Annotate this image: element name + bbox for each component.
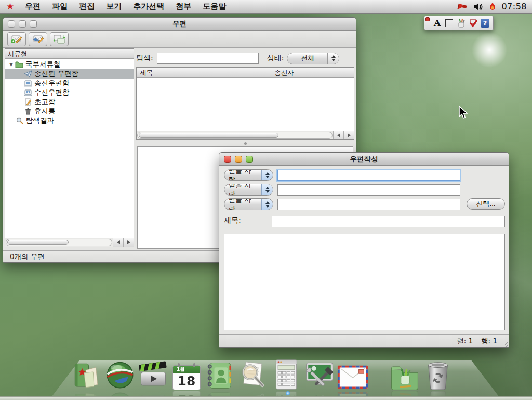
subject-input[interactable] (272, 216, 505, 227)
clock: 07:58 (501, 2, 527, 11)
scroll-left-button[interactable] (113, 238, 123, 247)
contacts-icon[interactable] (203, 358, 236, 390)
inbox-icon (24, 89, 32, 96)
message-list: 제목 송신자 (136, 67, 354, 140)
mail-titlebar[interactable]: 우편 (3, 18, 356, 31)
zoom-button[interactable] (30, 20, 37, 28)
reply-icon (31, 34, 45, 44)
help-icon[interactable]: ? (479, 17, 491, 29)
disclosure-triangle-icon[interactable]: ▼ (9, 62, 15, 67)
scroll-left-button[interactable] (333, 131, 343, 139)
search-input[interactable] (157, 53, 259, 64)
recipient-row-2: 받을 사람 (224, 184, 460, 196)
message-list-body[interactable] (137, 78, 354, 131)
red-star-logo-icon[interactable]: ★ (6, 2, 14, 11)
select-contact-button[interactable]: 선택... (467, 198, 505, 210)
spellcheck-icon[interactable] (467, 17, 479, 29)
notification-flame-icon[interactable] (489, 2, 496, 11)
palette-titlebar[interactable] (424, 16, 431, 30)
column-header-subject[interactable]: 제목 (137, 68, 271, 77)
stepper-arrows-icon (261, 170, 273, 180)
mail-window-title: 우편 (3, 19, 356, 29)
scrollbar-thumb[interactable] (139, 133, 278, 138)
menu-attachment[interactable]: 첨부 (170, 0, 197, 14)
outbox-icon (24, 80, 32, 87)
calendar-icon[interactable]: 1월 18 (170, 358, 203, 390)
menu-help[interactable]: 도움말 (197, 0, 232, 14)
books-icon[interactable] (70, 358, 103, 390)
trash-small-icon (24, 108, 32, 115)
subject-label: 제목: (224, 216, 241, 225)
zoom-button[interactable] (246, 156, 253, 163)
system-tools-icon[interactable] (303, 358, 336, 390)
menu-mail[interactable]: 우편 (19, 0, 46, 14)
sidebar-item-sent-mailbox[interactable]: 송신된 우편함 (5, 69, 134, 79)
browser-globe-icon[interactable] (103, 358, 137, 390)
red-flag-icon[interactable] (457, 3, 468, 10)
sidebar-horizontal-scrollbar[interactable] (5, 238, 134, 247)
state-dropdown[interactable]: 전체 (287, 53, 339, 64)
dock: 1월 18 (0, 354, 532, 396)
reply-button[interactable] (29, 32, 47, 46)
palette-close-button[interactable] (425, 17, 430, 21)
stationery-icon[interactable] (388, 358, 421, 390)
menu-file[interactable]: 파일 (46, 0, 73, 14)
message-list-horizontal-scrollbar[interactable] (137, 131, 354, 139)
columns-icon[interactable] (443, 17, 455, 29)
new-mail-icon (10, 34, 23, 44)
recipient-row-1: 받을 사람 (224, 169, 460, 181)
menu-edit[interactable]: 편집 (73, 0, 100, 14)
sidebar-item-outbox[interactable]: 송신우편함 (5, 79, 134, 88)
new-mail-button[interactable] (7, 32, 26, 46)
scrollbar-thumb[interactable] (7, 240, 69, 245)
recipient-input-1[interactable] (277, 170, 460, 181)
volume-icon[interactable] (473, 3, 484, 11)
sidebar-item-search-results[interactable]: 탐색결과 (5, 116, 134, 125)
media-player-icon[interactable] (137, 358, 170, 390)
sent-mail-icon (24, 70, 32, 78)
search-row: 탐색: 상태: 전체 (136, 52, 354, 64)
tools-palette-window: A ? (424, 16, 494, 30)
scroll-right-button[interactable] (123, 238, 134, 247)
compose-titlebar[interactable]: 우편작성 (219, 153, 509, 166)
calculator-icon[interactable] (270, 358, 303, 390)
subject-row: 제목: (224, 216, 241, 225)
sidebar-item-local-folders[interactable]: ▼ 국부서류철 (5, 60, 134, 69)
recipient-type-dropdown[interactable]: 받을 사람 (224, 198, 273, 210)
recipient-type-dropdown[interactable]: 받을 사람 (224, 184, 273, 196)
trash-icon[interactable] (421, 358, 455, 390)
font-icon[interactable]: A (431, 17, 443, 29)
sidebar-item-trash[interactable]: 휴지통 (5, 107, 134, 116)
mouse-cursor (457, 106, 469, 119)
menu-view[interactable]: 보기 (100, 0, 127, 14)
minimize-button[interactable] (235, 156, 242, 163)
send-receive-button[interactable] (50, 32, 69, 46)
pencil-cup-icon[interactable] (455, 17, 467, 29)
message-body-textarea[interactable] (224, 234, 505, 330)
document-search-icon[interactable] (236, 358, 270, 390)
mail-icon[interactable] (336, 358, 369, 390)
menu-options[interactable]: 추가선택 (127, 0, 170, 14)
bottom-edge-bar (0, 396, 532, 400)
recipient-input-3[interactable] (277, 199, 460, 210)
folder-sidebar: 서류철 ▼ 국부서류철 송신된 우편함 (5, 48, 134, 247)
close-button[interactable] (224, 156, 231, 163)
recipient-row-3: 받을 사람 (224, 198, 460, 210)
sidebar-item-drafts[interactable]: 초고함 (5, 97, 134, 107)
cursor-column-indicator: 렬: 1 (457, 337, 473, 346)
calendar-month: 1월 (177, 366, 184, 373)
state-label: 상태: (267, 54, 284, 63)
sidebar-item-inbox[interactable]: 수신우편함 (5, 88, 134, 97)
desktop: ★ 우편 파일 편집 보기 추가선택 첨부 도움말 (0, 0, 532, 400)
compose-window: 우편작성 받을 사람 받을 사람 받을 사람 (219, 152, 509, 348)
column-header-sender[interactable]: 송신자 (271, 68, 294, 77)
pane-splitter[interactable] (136, 141, 354, 146)
minimize-button[interactable] (19, 20, 26, 28)
stepper-arrows-icon (327, 53, 339, 64)
scroll-right-button[interactable] (343, 131, 354, 139)
recipient-input-2[interactable] (277, 184, 460, 196)
folder-tree: ▼ 국부서류철 송신된 우편함 (5, 59, 134, 238)
close-button[interactable] (8, 20, 15, 28)
recipient-type-dropdown[interactable]: 받을 사람 (224, 169, 273, 181)
stepper-arrows-icon (261, 199, 273, 210)
